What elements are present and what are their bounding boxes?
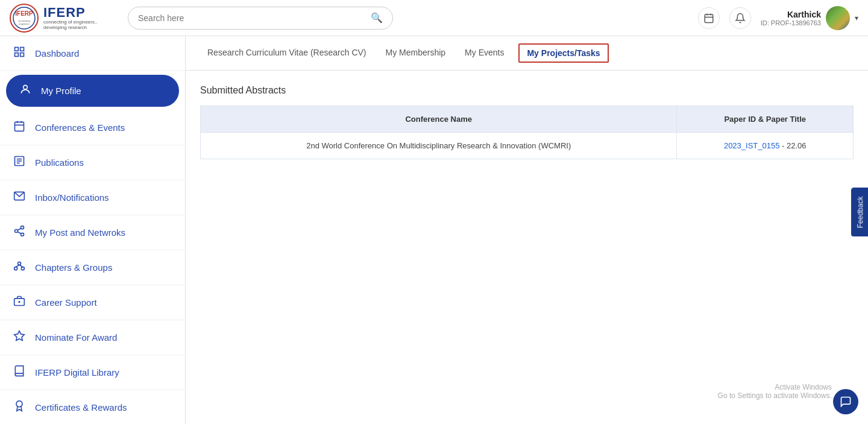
svg-line-32 [19, 265, 23, 267]
tab-my-projects[interactable]: My Projects/Tasks [518, 43, 608, 63]
svg-line-31 [16, 265, 19, 267]
header: IFERP connecting engineers IFERP connect… [0, 0, 868, 36]
tab-my-events[interactable]: My Events [455, 37, 514, 69]
publications-icon [12, 155, 27, 170]
content-area: Research Curriculum Vitae (Research CV) … [186, 36, 868, 424]
sidebar-item-my-profile[interactable]: My Profile [6, 75, 179, 107]
svg-rect-12 [15, 53, 19, 57]
svg-line-26 [17, 232, 21, 233]
page-content: Submitted Abstracts Conference Name Pape… [186, 71, 868, 424]
sidebar-item-nominate[interactable]: Nominate For Award [0, 320, 185, 355]
post-networks-icon [12, 225, 27, 240]
sidebar-label-post-networks: My Post and Netwroks [35, 227, 125, 238]
abstracts-table: Conference Name Paper ID & Paper Title 2… [200, 106, 854, 159]
paper-title: 22.06 [787, 141, 807, 150]
conferences-icon [12, 120, 27, 135]
logo-name: IFERP [43, 5, 118, 20]
svg-point-25 [21, 233, 24, 236]
library-icon [12, 365, 27, 380]
inbox-icon [12, 190, 27, 205]
crown-badge: 👑 [844, 6, 850, 10]
paper-id-cell: 2023_IST_0155 - 22.06 [677, 133, 854, 159]
search-bar[interactable]: 🔍 [128, 7, 393, 30]
svg-rect-14 [15, 122, 24, 131]
feedback-button[interactable]: Feedback [852, 188, 868, 236]
svg-point-23 [21, 226, 24, 229]
header-icons: Karthick ID: PROF-13896763 👑 ▾ [698, 6, 858, 30]
svg-marker-36 [14, 331, 25, 341]
svg-rect-10 [20, 48, 24, 51]
tabs-bar: Research Curriculum Vitae (Research CV) … [186, 36, 868, 71]
sidebar-label-library: IFERP Digital Library [35, 367, 119, 378]
svg-point-37 [16, 401, 22, 407]
sidebar-item-conferences[interactable]: Conferences & Events [0, 110, 185, 145]
paper-separator: - [779, 141, 787, 150]
svg-rect-9 [15, 48, 19, 51]
col-conference-name: Conference Name [201, 106, 677, 133]
table-row: 2nd World Conference On Multidisciplinar… [201, 133, 854, 159]
svg-rect-11 [20, 53, 24, 57]
sidebar-item-post-networks[interactable]: My Post and Netwroks [0, 215, 185, 250]
chat-bubble-button[interactable] [833, 389, 858, 414]
avatar: 👑 [826, 6, 850, 30]
col-paper-id: Paper ID & Paper Title [677, 106, 854, 133]
sidebar-item-dashboard[interactable]: Dashboard [0, 36, 185, 71]
svg-text:IFERP: IFERP [15, 10, 33, 17]
svg-point-28 [18, 262, 21, 265]
sidebar-label-career: Career Support [35, 297, 97, 308]
user-name: Karthick [761, 10, 821, 19]
sidebar-item-inbox[interactable]: Inbox/Notifications [0, 180, 185, 215]
sidebar-label-inbox: Inbox/Notifications [35, 192, 109, 203]
sidebar-item-certificates[interactable]: Certificates & Rewards [0, 390, 185, 424]
sidebar-label-chapters: Chapters & Groups [35, 262, 112, 273]
search-icon[interactable]: 🔍 [371, 12, 383, 24]
sidebar-label-dashboard: Dashboard [35, 48, 79, 59]
svg-point-13 [24, 85, 28, 89]
chapters-icon [12, 260, 27, 275]
certificates-icon [12, 400, 27, 415]
sidebar-item-career[interactable]: Career Support [0, 285, 185, 320]
sidebar-item-library[interactable]: IFERP Digital Library [0, 355, 185, 390]
sidebar-label-conferences: Conferences & Events [35, 122, 125, 133]
svg-point-29 [14, 267, 17, 270]
paper-id-link[interactable]: 2023_IST_0155 [724, 141, 780, 150]
calendar-icon-btn[interactable] [698, 7, 720, 29]
sidebar-item-chapters[interactable]: Chapters & Groups [0, 250, 185, 285]
search-input[interactable] [138, 13, 371, 23]
user-details: Karthick ID: PROF-13896763 [761, 10, 821, 27]
svg-point-30 [21, 267, 24, 270]
tab-research-cv[interactable]: Research Curriculum Vitae (Research CV) [198, 37, 376, 69]
logo-tagline: connecting of engineers.. developing res… [43, 20, 118, 31]
table-header-row: Conference Name Paper ID & Paper Title [201, 106, 854, 133]
svg-line-27 [17, 228, 21, 230]
svg-text:engineers: engineers [19, 22, 30, 25]
sidebar-item-publications[interactable]: Publications [0, 145, 185, 180]
tab-my-membership[interactable]: My Membership [376, 37, 456, 69]
career-icon [12, 295, 27, 310]
feedback-label: Feedback [857, 196, 865, 228]
sidebar-label-publications: Publications [35, 157, 84, 168]
dashboard-icon [12, 46, 27, 61]
sidebar: Dashboard My Profile Conferences & Event… [0, 36, 186, 424]
my-profile-icon [18, 83, 33, 98]
nominate-icon [12, 330, 27, 345]
svg-point-24 [15, 230, 18, 233]
sidebar-label-my-profile: My Profile [41, 86, 81, 96]
logo-icon: IFERP connecting engineers [10, 4, 39, 33]
svg-rect-5 [705, 14, 713, 23]
main-layout: Dashboard My Profile Conferences & Event… [0, 36, 868, 424]
svg-point-0 [10, 4, 38, 32]
sidebar-label-certificates: Certificates & Rewards [35, 402, 127, 413]
section-title: Submitted Abstracts [200, 85, 854, 96]
conference-name-cell: 2nd World Conference On Multidisciplinar… [201, 133, 677, 159]
logo-area: IFERP connecting engineers IFERP connect… [10, 4, 118, 33]
logo-text: IFERP connecting of engineers.. developi… [43, 5, 118, 31]
chevron-down-icon[interactable]: ▾ [855, 14, 858, 22]
user-info[interactable]: Karthick ID: PROF-13896763 👑 ▾ [761, 6, 858, 30]
sidebar-label-nominate: Nominate For Award [35, 332, 117, 343]
notification-icon-btn[interactable] [729, 7, 751, 29]
user-id: ID: PROF-13896763 [761, 19, 821, 27]
